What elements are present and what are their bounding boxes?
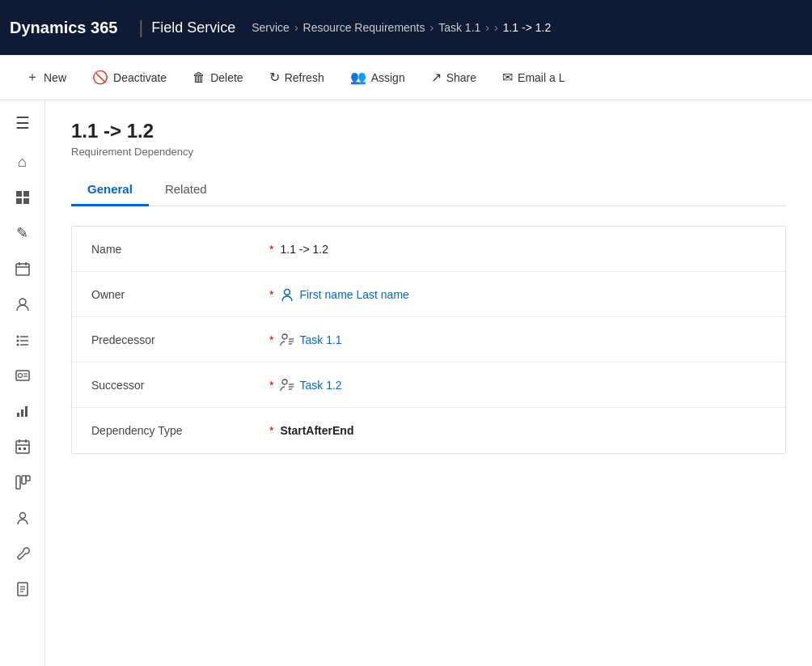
main-layout: ☰ ⌂ ✎: [0, 100, 812, 666]
deactivate-icon: 🚫: [92, 70, 108, 85]
breadcrumb-chevron4: ›: [494, 21, 498, 34]
delete-icon: 🗑: [192, 70, 205, 85]
field-required-owner: *: [269, 288, 273, 301]
svg-point-41: [282, 380, 287, 384]
svg-point-8: [19, 299, 26, 305]
predecessor-link[interactable]: Task 1.1: [280, 333, 766, 347]
sidebar-document-icon[interactable]: [6, 573, 39, 605]
field-service-label[interactable]: Field Service: [151, 19, 235, 36]
sidebar-chart-icon[interactable]: [6, 395, 39, 427]
svg-rect-22: [16, 441, 29, 453]
svg-rect-27: [23, 448, 26, 450]
breadcrumb: Service › Resource Requirements › Task 1…: [252, 21, 551, 34]
breadcrumb-chevron2: ›: [430, 21, 434, 34]
successor-link[interactable]: Task 1.2: [280, 378, 766, 392]
field-required-dependency-type: *: [269, 424, 273, 437]
field-required-name: *: [269, 243, 273, 256]
record-title: 1.1 -> 1.2: [71, 120, 786, 142]
new-button[interactable]: ＋ New: [13, 55, 79, 100]
svg-point-9: [16, 336, 19, 338]
delete-button[interactable]: 🗑 Delete: [180, 55, 256, 100]
sidebar-menu-icon[interactable]: ☰: [6, 107, 39, 139]
sidebar-calendar2-icon[interactable]: [6, 431, 39, 463]
breadcrumb-chevron1: ›: [294, 21, 298, 34]
breadcrumb-current: 1.1 -> 1.2: [503, 21, 552, 34]
nav-divider: |: [138, 17, 143, 38]
field-label-predecessor: Predecessor: [91, 333, 269, 346]
svg-rect-30: [26, 476, 30, 481]
owner-icon: [280, 287, 294, 302]
email-link-button[interactable]: ✉ Email a L: [489, 55, 577, 100]
field-row-owner: Owner * First name Last name: [72, 272, 785, 317]
sidebar-list-icon[interactable]: [6, 324, 39, 356]
field-value-predecessor: Task 1.1: [280, 333, 766, 347]
sidebar-home-icon[interactable]: ⌂: [6, 146, 39, 178]
refresh-icon: ↻: [269, 70, 280, 85]
field-row-predecessor: Predecessor * Task 1.1: [72, 317, 785, 363]
field-label-name: Name: [91, 243, 269, 256]
sidebar-dashboard-icon[interactable]: [6, 181, 39, 214]
deactivate-button[interactable]: 🚫 Deactivate: [79, 55, 180, 100]
field-required-predecessor: *: [269, 333, 273, 346]
breadcrumb-resource-requirements[interactable]: Resource Requirements: [303, 21, 425, 34]
breadcrumb-service[interactable]: Service: [252, 21, 290, 34]
svg-rect-0: [16, 191, 22, 197]
svg-rect-3: [23, 198, 29, 204]
svg-rect-21: [25, 406, 27, 417]
breadcrumb-chevron3: ›: [485, 21, 489, 34]
sidebar-person-icon[interactable]: [6, 502, 39, 534]
sidebar-card-icon[interactable]: [6, 359, 39, 392]
tab-related[interactable]: Related: [149, 174, 223, 206]
top-navigation: Dynamics 365 | Field Service Service › R…: [0, 0, 812, 55]
sidebar: ☰ ⌂ ✎: [0, 100, 45, 666]
sidebar-calendar-icon[interactable]: [6, 252, 39, 285]
field-label-successor: Successor: [91, 379, 269, 392]
new-icon: ＋: [26, 69, 39, 86]
sidebar-wrench-icon[interactable]: [6, 537, 39, 570]
svg-rect-4: [16, 264, 29, 275]
owner-link[interactable]: First name Last name: [280, 287, 766, 302]
svg-rect-28: [16, 476, 20, 489]
svg-rect-20: [21, 409, 23, 417]
sidebar-tasks-icon[interactable]: ✎: [6, 217, 39, 249]
svg-rect-26: [19, 448, 21, 450]
field-row-name: Name * 1.1 -> 1.2: [72, 227, 785, 272]
share-button[interactable]: ↗ Share: [418, 55, 489, 100]
predecessor-icon: [280, 333, 294, 347]
form-card: Name * 1.1 -> 1.2 Owner * First name Las…: [71, 226, 786, 454]
assign-icon: 👥: [350, 70, 366, 85]
field-value-owner: First name Last name: [280, 287, 766, 302]
svg-rect-2: [16, 198, 22, 204]
field-value-successor: Task 1.2: [280, 378, 766, 392]
field-row-successor: Successor * Task 1.2: [72, 363, 785, 408]
field-label-dependency-type: Dependency Type: [91, 424, 269, 437]
svg-point-31: [19, 513, 25, 519]
field-value-name: 1.1 -> 1.2: [280, 243, 766, 256]
tab-general[interactable]: General: [71, 174, 149, 206]
breadcrumb-task11[interactable]: Task 1.1: [438, 21, 480, 34]
assign-button[interactable]: 👥 Assign: [337, 55, 418, 100]
email-icon: ✉: [502, 70, 513, 85]
svg-rect-1: [23, 191, 29, 197]
refresh-button[interactable]: ↻ Refresh: [256, 55, 337, 100]
svg-point-37: [282, 334, 287, 339]
svg-point-11: [16, 340, 19, 342]
tabs: General Related: [71, 174, 786, 206]
svg-point-16: [18, 374, 22, 378]
svg-rect-19: [17, 413, 19, 417]
field-value-dependency-type: StartAfterEnd: [280, 424, 766, 437]
sidebar-contacts-icon[interactable]: [6, 288, 39, 320]
svg-point-36: [285, 289, 290, 295]
field-row-dependency-type: Dependency Type * StartAfterEnd: [72, 408, 785, 453]
content-area: 1.1 -> 1.2 Requirement Dependency Genera…: [45, 100, 812, 666]
field-label-owner: Owner: [91, 288, 269, 301]
successor-icon: [280, 378, 294, 392]
dynamics365-label[interactable]: Dynamics 365: [10, 19, 117, 37]
share-icon: ↗: [431, 70, 442, 85]
record-subtitle: Requirement Dependency: [71, 146, 786, 158]
toolbar: ＋ New 🚫 Deactivate 🗑 Delete ↻ Refresh 👥 …: [0, 55, 812, 100]
svg-point-13: [16, 344, 19, 346]
sidebar-board-icon[interactable]: [6, 466, 39, 498]
field-required-successor: *: [269, 379, 273, 392]
